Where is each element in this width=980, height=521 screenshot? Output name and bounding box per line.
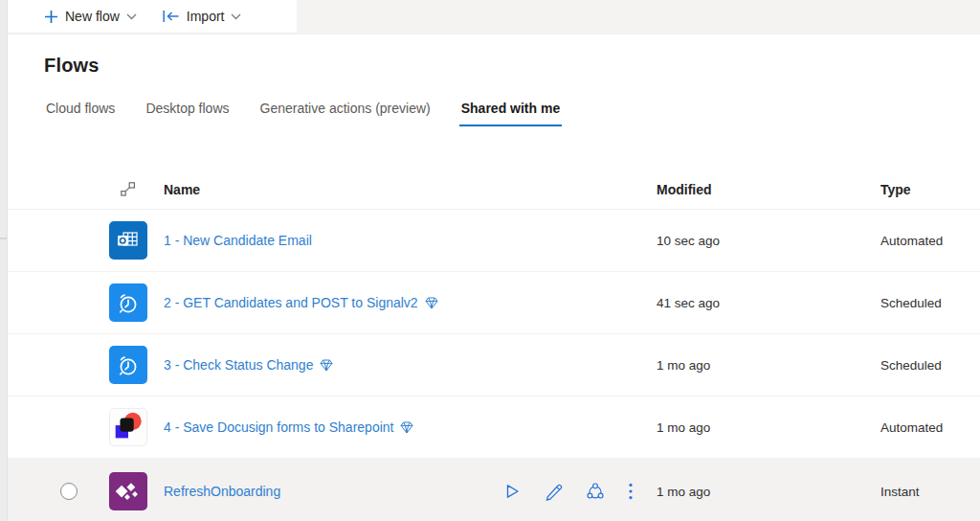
flow-modified-cell: 10 sec ago <box>657 234 880 248</box>
row-radio[interactable] <box>60 483 78 500</box>
custom-connector-icon <box>109 472 147 510</box>
table-row[interactable]: 3 - Check Status Change 1 mo ago Schedul… <box>8 334 980 396</box>
outlook-icon <box>109 221 147 260</box>
import-label: Import <box>187 9 225 24</box>
tab-desktop-flows[interactable]: Desktop flows <box>144 101 231 126</box>
left-nav-divider <box>0 238 7 239</box>
flow-type-cell: Automated <box>880 234 980 248</box>
flow-icon-cell <box>92 283 164 322</box>
flow-modified-cell: 1 mo ago <box>657 358 880 373</box>
topbar-background <box>297 0 980 34</box>
premium-icon <box>400 421 413 434</box>
share-icon <box>585 481 606 502</box>
flow-type-cell: Instant <box>880 485 980 499</box>
header-name[interactable]: Name <box>164 182 657 197</box>
flow-name-cell: RefreshOnboarding <box>164 479 657 504</box>
new-flow-button[interactable]: New flow <box>44 9 137 24</box>
flow-name-cell: 3 - Check Status Change <box>164 357 657 373</box>
flow-modified-cell: 1 mo ago <box>657 420 880 435</box>
collapsed-left-nav[interactable] <box>0 0 8 521</box>
flow-name-link[interactable]: 2 - GET Candidates and POST to Signalv2 <box>164 295 418 310</box>
flow-name-link[interactable]: 3 - Check Status Change <box>164 357 313 373</box>
ellipsis-vertical-icon <box>628 482 634 501</box>
table-row[interactable]: RefreshOnboarding 1 mo ago Instant <box>8 459 980 521</box>
header-type[interactable]: Type <box>880 182 980 197</box>
chevron-down-icon <box>126 13 137 20</box>
header-modified[interactable]: Modified <box>657 182 880 197</box>
tab-generative-actions[interactable]: Generative actions (preview) <box>258 101 433 126</box>
flow-name-cell: 4 - Save Docusign forms to Sharepoint <box>164 419 657 435</box>
table-row[interactable]: 2 - GET Candidates and POST to Signalv2 … <box>8 272 980 334</box>
chevron-down-icon <box>231 13 241 20</box>
flow-icon-cell <box>92 221 164 260</box>
new-flow-label: New flow <box>65 9 120 24</box>
edit-flow-button[interactable] <box>542 480 565 503</box>
tab-shared-with-me[interactable]: Shared with me <box>459 101 562 126</box>
header-flow-connection-icon <box>92 181 164 197</box>
recurrence-clock-icon <box>109 346 147 384</box>
pencil-icon <box>544 482 563 501</box>
table-body: 1 - New Candidate Email 10 sec ago Autom… <box>8 210 980 521</box>
plus-icon <box>44 10 58 24</box>
recurrence-clock-icon <box>109 283 147 322</box>
flows-table: Name Modified Type <box>8 170 980 521</box>
flow-name-link[interactable]: 1 - New Candidate Email <box>164 233 312 248</box>
import-icon <box>162 10 180 23</box>
flow-name-cell: 1 - New Candidate Email <box>164 233 657 248</box>
run-flow-button[interactable] <box>501 480 523 503</box>
import-button[interactable]: Import <box>162 9 242 24</box>
page-title: Flows <box>44 55 980 77</box>
flow-name-link[interactable]: RefreshOnboarding <box>164 484 280 499</box>
table-row[interactable]: 4 - Save Docusign forms to Sharepoint 1 … <box>8 396 980 459</box>
premium-icon <box>425 297 438 309</box>
flow-icon-cell <box>92 346 164 384</box>
flow-name-link[interactable]: 4 - Save Docusign forms to Sharepoint <box>164 419 393 435</box>
table-header-row: Name Modified Type <box>8 170 980 210</box>
tab-cloud-flows[interactable]: Cloud flows <box>44 101 117 126</box>
more-actions-button[interactable] <box>626 480 635 503</box>
tab-bar: Cloud flows Desktop flows Generative act… <box>44 101 980 126</box>
flow-modified-cell: 1 mo ago <box>657 485 880 499</box>
main-content: Flows Cloud flows Desktop flows Generati… <box>8 34 980 521</box>
docusign-icon <box>109 408 147 446</box>
flow-type-cell: Scheduled <box>880 296 980 310</box>
flow-type-cell: Automated <box>880 420 980 435</box>
flow-icon-cell <box>92 472 164 510</box>
flow-icon-cell <box>92 408 164 446</box>
share-flow-button[interactable] <box>583 479 608 504</box>
row-select-cell <box>46 483 92 500</box>
row-actions <box>501 479 635 504</box>
command-bar: New flow Import <box>8 0 980 34</box>
play-icon <box>502 482 522 501</box>
flow-name-cell: 2 - GET Candidates and POST to Signalv2 <box>164 295 657 310</box>
table-row[interactable]: 1 - New Candidate Email 10 sec ago Autom… <box>8 210 980 272</box>
flow-modified-cell: 41 sec ago <box>657 296 880 310</box>
command-bar-buttons: New flow Import <box>8 0 297 34</box>
premium-icon <box>320 359 333 372</box>
flow-type-cell: Scheduled <box>880 358 980 373</box>
